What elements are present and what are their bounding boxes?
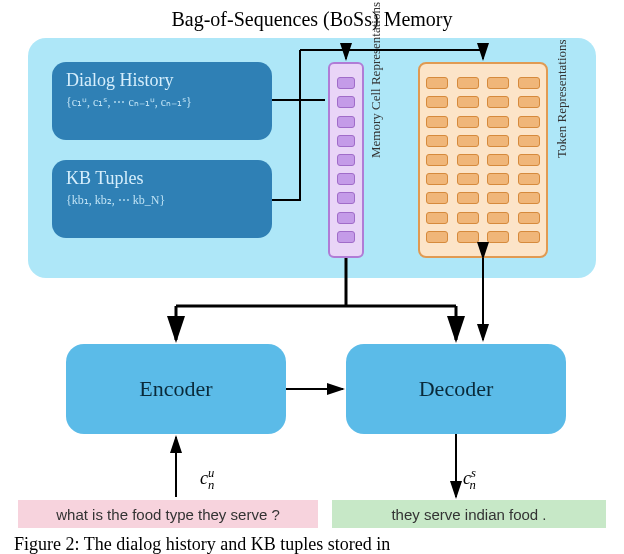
token-icon	[457, 231, 479, 243]
kb-tuples-title: KB Tuples	[66, 168, 258, 189]
token-icon	[487, 116, 509, 128]
token-icon	[518, 77, 540, 89]
token-icon	[426, 96, 448, 108]
memory-cell-icon	[337, 116, 355, 128]
token-icon	[487, 173, 509, 185]
token-icon	[457, 116, 479, 128]
memory-cell-icon	[337, 192, 355, 204]
token-icon	[487, 77, 509, 89]
token-icon	[426, 77, 448, 89]
token-icon	[518, 192, 540, 204]
memory-cell-label: Memory Cell Representations	[368, 2, 384, 158]
kb-tuples-box: KB Tuples {kb₁, kb₂, ⋯ kb_N}	[52, 160, 272, 238]
token-icon	[487, 212, 509, 224]
encoder-block: Encoder	[66, 344, 286, 434]
token-icon	[426, 173, 448, 185]
token-icon	[457, 173, 479, 185]
token-icon	[457, 135, 479, 147]
memory-cell-icon	[337, 231, 355, 243]
token-icon	[487, 231, 509, 243]
diagram-title: Bag-of-Sequences (BoSs) Memory	[0, 8, 624, 31]
token-icon	[518, 135, 540, 147]
token-icon	[518, 96, 540, 108]
dialog-history-sub: {c₁ᵘ, c₁ˢ, ⋯ cₙ₋₁ᵘ, cₙ₋₁ˢ}	[66, 95, 258, 110]
token-icon	[426, 192, 448, 204]
token-icon	[457, 154, 479, 166]
memory-cell-icon	[337, 77, 355, 89]
cns-symbol: csn	[463, 466, 476, 493]
token-icon	[487, 192, 509, 204]
decoder-label: Decoder	[419, 376, 494, 402]
cnu-symbol: cun	[200, 466, 214, 493]
memory-cell-icon	[337, 154, 355, 166]
figure-caption: Figure 2: The dialog history and KB tupl…	[14, 534, 390, 554]
memory-cell-column	[328, 62, 364, 258]
token-icon	[487, 96, 509, 108]
token-icon	[426, 135, 448, 147]
token-icon	[426, 154, 448, 166]
memory-cell-icon	[337, 212, 355, 224]
kb-tuples-sub: {kb₁, kb₂, ⋯ kb_N}	[66, 193, 258, 208]
token-icon	[518, 154, 540, 166]
decoder-block: Decoder	[346, 344, 566, 434]
token-icon	[457, 192, 479, 204]
token-representations-block	[418, 62, 548, 258]
token-icon	[518, 231, 540, 243]
token-icon	[518, 116, 540, 128]
diagram-root: Bag-of-Sequences (BoSs) Memory Dialog Hi…	[0, 0, 624, 554]
token-icon	[426, 116, 448, 128]
encoder-label: Encoder	[139, 376, 212, 402]
token-icon	[457, 77, 479, 89]
token-icon	[426, 231, 448, 243]
token-icon	[487, 154, 509, 166]
memory-cell-icon	[337, 135, 355, 147]
user-utterance-box: what is the food type they serve ?	[18, 500, 318, 528]
memory-cell-icon	[337, 96, 355, 108]
token-icon	[487, 135, 509, 147]
token-icon	[426, 212, 448, 224]
token-representations-label: Token Representations	[554, 39, 570, 158]
token-icon	[518, 173, 540, 185]
dialog-history-title: Dialog History	[66, 70, 258, 91]
system-response-box: they serve indian food .	[332, 500, 606, 528]
memory-cell-icon	[337, 173, 355, 185]
token-icon	[457, 96, 479, 108]
dialog-history-box: Dialog History {c₁ᵘ, c₁ˢ, ⋯ cₙ₋₁ᵘ, cₙ₋₁ˢ…	[52, 62, 272, 140]
token-icon	[457, 212, 479, 224]
token-icon	[518, 212, 540, 224]
